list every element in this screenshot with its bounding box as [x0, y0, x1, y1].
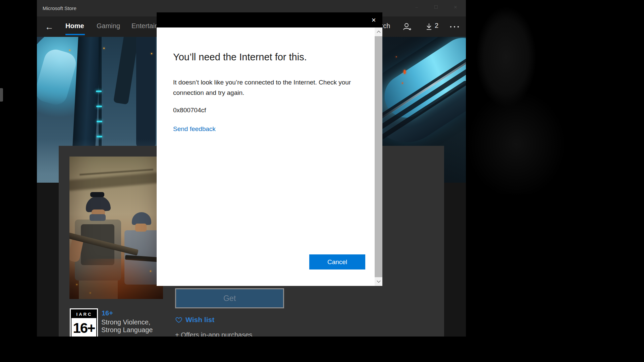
- cancel-button-label: Cancel: [327, 258, 347, 266]
- dialog-close-icon: ✕: [371, 17, 376, 24]
- dialog-message: It doesn’t look like you’re connected to…: [173, 77, 369, 98]
- scrollbar-up-button[interactable]: [375, 27, 382, 36]
- rating-age-label: 16+: [102, 309, 113, 317]
- rating-descriptor-line: Strong Language: [101, 326, 153, 334]
- wishlist-link[interactable]: Wish list: [175, 316, 214, 324]
- rating-descriptor-line: Strong Violence,: [101, 318, 153, 326]
- desktop: Microsoft Store – ✕ ← Home Gaming Entert…: [0, 0, 644, 362]
- dialog-scrollbar[interactable]: [375, 27, 382, 286]
- back-arrow-icon: ←: [45, 22, 54, 32]
- close-button[interactable]: ✕: [446, 0, 465, 14]
- dialog-title: You’ll need the Internet for this.: [173, 52, 361, 63]
- send-feedback-link[interactable]: Send feedback: [173, 125, 216, 133]
- maximize-button[interactable]: [426, 0, 446, 14]
- dialog-close-button[interactable]: ✕: [368, 14, 380, 26]
- close-icon: ✕: [454, 5, 458, 10]
- get-button-label: Get: [223, 294, 236, 303]
- downloads-button[interactable]: [423, 21, 435, 33]
- maximize-icon: [434, 5, 438, 9]
- minimize-icon: –: [415, 5, 418, 10]
- downloads-count-badge: 2: [435, 22, 438, 29]
- person-add-icon: [402, 22, 412, 32]
- heart-icon: [175, 316, 182, 323]
- scrollbar-down-button[interactable]: [375, 277, 382, 286]
- window-controls: – ✕: [407, 0, 465, 14]
- back-button[interactable]: ←: [44, 21, 55, 33]
- iarc-badge-value: 16+: [71, 318, 96, 337]
- rating-descriptors: Strong Violence, Strong Language: [101, 318, 153, 334]
- tab-gaming[interactable]: Gaming: [97, 22, 120, 30]
- app-title: Microsoft Store: [43, 0, 76, 16]
- active-tab-underline: [65, 34, 85, 35]
- get-button[interactable]: Get: [175, 288, 284, 308]
- tab-home[interactable]: Home: [65, 22, 84, 30]
- microsoft-store-window: Microsoft Store – ✕ ← Home Gaming Entert…: [37, 0, 466, 337]
- game-box-art: [69, 157, 163, 299]
- iarc-rating-badge: IARC 16+: [70, 308, 98, 337]
- more-button[interactable]: [447, 21, 462, 33]
- dialog-header: ✕: [157, 12, 382, 27]
- account-button[interactable]: [401, 21, 413, 33]
- minimize-button[interactable]: –: [407, 0, 426, 14]
- internet-error-dialog: You’ll need the Internet for this. It do…: [157, 27, 382, 286]
- chevron-up-icon: [377, 31, 381, 33]
- wallpaper-hooded-figure: [466, 0, 567, 194]
- ellipsis-icon: [450, 26, 459, 27]
- iarc-badge-org: IARC: [71, 310, 96, 318]
- error-code: 0x800704cf: [173, 107, 206, 114]
- download-icon: [425, 22, 433, 31]
- chevron-down-icon: [377, 280, 381, 283]
- cancel-button[interactable]: Cancel: [309, 254, 365, 269]
- scrollbar-thumb[interactable]: [375, 36, 382, 277]
- wishlist-label: Wish list: [185, 316, 214, 324]
- desktop-edge-notch: [0, 88, 3, 102]
- offers-in-app-purchases-link[interactable]: + Offers in-app purchases: [175, 331, 252, 337]
